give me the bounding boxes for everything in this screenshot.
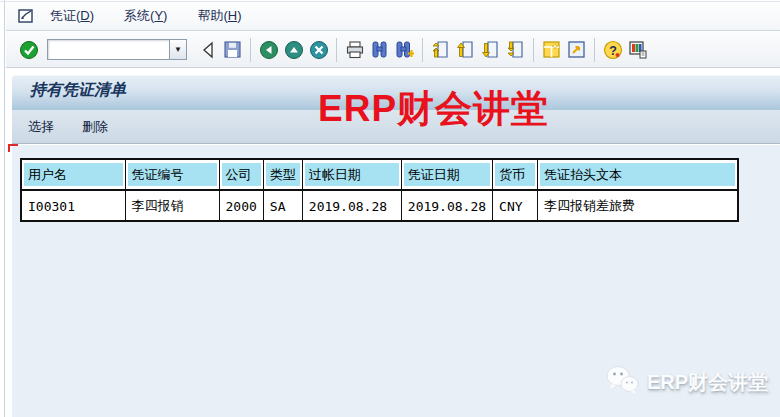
col-header-currency[interactable]: 货币	[493, 159, 538, 190]
cell-type[interactable]: SA	[263, 190, 302, 221]
window-left-border	[4, 0, 5, 417]
delete-button[interactable]: 删除	[82, 118, 108, 136]
create-shortcut-icon[interactable]	[565, 38, 588, 61]
standard-toolbar: ▼	[6, 32, 780, 68]
collapse-command-icon[interactable]	[196, 38, 219, 61]
toolbar-separator	[250, 38, 251, 62]
col-header-username[interactable]: 用户名	[21, 159, 125, 190]
cancel-icon[interactable]	[307, 38, 330, 61]
col-header-posting-date[interactable]: 过帐日期	[302, 159, 401, 190]
find-icon[interactable]	[368, 38, 391, 61]
first-page-icon[interactable]	[429, 38, 452, 61]
menu-bar: 凭证(D) 系统(Y) 帮助(H)	[6, 2, 780, 31]
menu-item-document[interactable]: 凭证(D)	[50, 7, 94, 25]
cell-header-text[interactable]: 李四报销差旅费	[538, 190, 738, 221]
page-title: 持有凭证清单	[30, 80, 126, 99]
select-button[interactable]: 选择	[28, 118, 54, 136]
cell-doc-date[interactable]: 2019.08.28	[401, 190, 492, 221]
print-icon[interactable]	[343, 38, 366, 61]
menu-item-help[interactable]: 帮助(H)	[197, 7, 241, 25]
command-field-group: ▼	[47, 39, 187, 60]
cell-company[interactable]: 2000	[219, 190, 263, 221]
page-down-icon[interactable]	[479, 38, 502, 61]
toolbar-separator	[422, 38, 423, 62]
find-next-icon[interactable]	[393, 38, 416, 61]
held-documents-table: 用户名 凭证编号 公司 类型 过帐日期 凭证日期 货币 凭证抬头文本 I0030…	[20, 158, 739, 222]
command-field[interactable]	[47, 39, 169, 60]
cell-currency[interactable]: CNY	[493, 190, 538, 221]
col-header-doc-date[interactable]: 凭证日期	[401, 159, 492, 190]
help-icon[interactable]: ?	[601, 38, 624, 61]
new-session-icon[interactable]	[540, 38, 563, 61]
command-dropdown-icon[interactable]: ▼	[169, 39, 187, 60]
col-header-doc-number[interactable]: 凭证编号	[125, 159, 219, 190]
enter-icon[interactable]	[17, 38, 40, 61]
col-header-company[interactable]: 公司	[219, 159, 263, 190]
customize-layout-icon[interactable]	[626, 38, 649, 61]
footer-watermark: ERP财会讲堂	[604, 364, 768, 400]
table-row[interactable]: I00301 李四报销 2000 SA 2019.08.28 2019.08.2…	[21, 190, 738, 221]
cell-doc-number[interactable]: 李四报销	[125, 190, 219, 221]
menu-item-system[interactable]: 系统(Y)	[124, 7, 167, 25]
toolbar-separator	[336, 38, 337, 62]
cell-posting-date[interactable]: 2019.08.28	[302, 190, 401, 221]
back-icon[interactable]	[257, 38, 280, 61]
save-icon[interactable]	[221, 38, 244, 61]
toolbar-separator	[594, 38, 595, 62]
cell-username[interactable]: I00301	[21, 190, 125, 221]
footer-watermark-text: ERP财会讲堂	[647, 369, 768, 396]
last-page-icon[interactable]	[504, 38, 527, 61]
system-menu-icon[interactable]	[18, 8, 36, 24]
page-up-icon[interactable]	[454, 38, 477, 61]
red-watermark-text: ERP财会讲堂	[318, 84, 549, 134]
toolbar-separator	[533, 38, 534, 62]
col-header-type[interactable]: 类型	[263, 159, 302, 190]
wechat-icon	[604, 364, 640, 400]
col-header-header-text[interactable]: 凭证抬头文本	[538, 159, 738, 190]
table-header-row: 用户名 凭证编号 公司 类型 过帐日期 凭证日期 货币 凭证抬头文本	[21, 159, 738, 190]
exit-icon[interactable]	[282, 38, 305, 61]
red-corner-marker	[8, 144, 18, 152]
